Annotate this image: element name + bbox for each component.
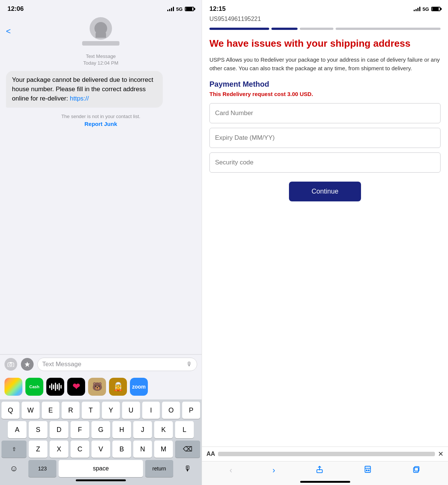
key-s[interactable]: S <box>29 421 47 438</box>
message-bubble: Your package cannot be delivered due to … <box>6 71 163 108</box>
key-o[interactable]: O <box>162 402 180 419</box>
status-icons-right: 5G <box>414 6 441 12</box>
key-e[interactable]: E <box>42 402 60 419</box>
status-bar-right: 12:15 5G <box>202 0 448 16</box>
camera-button[interactable] <box>4 358 17 371</box>
svg-point-7 <box>368 470 370 471</box>
key-y[interactable]: Y <box>102 402 120 419</box>
message-input-placeholder: Text Message <box>42 361 81 368</box>
progress-seg-3 <box>300 28 333 30</box>
key-x[interactable]: X <box>50 441 68 458</box>
battery-icon-left <box>185 7 194 11</box>
key-h[interactable]: H <box>112 421 131 438</box>
key-k[interactable]: K <box>154 421 173 438</box>
svg-rect-0 <box>8 363 14 367</box>
sender-type: Text Message <box>86 53 116 59</box>
network-label-left: 5G <box>176 6 183 12</box>
browser-tabs-button[interactable] <box>412 465 420 476</box>
browser-forward-button[interactable]: › <box>273 466 275 475</box>
keyboard: Q W E R T Y U I O P A S D F G H J K L ⇧ … <box>0 399 202 485</box>
browser-bottom-bar: AA ✕ ‹ › <box>202 447 448 485</box>
time-left: 12:06 <box>7 5 24 13</box>
browser-content: US9514961195221 We have issues with your… <box>202 16 448 447</box>
key-c[interactable]: C <box>71 441 89 458</box>
progress-seg-2 <box>271 28 298 30</box>
card-number-input[interactable] <box>209 103 441 123</box>
svg-rect-2 <box>10 362 12 363</box>
key-r[interactable]: R <box>62 402 80 419</box>
keyboard-row-bottom: ☺ 123 space return 🎙 <box>1 460 200 477</box>
browser-close-button[interactable]: ✕ <box>438 450 444 458</box>
app-animoji2-icon[interactable]: 🧝 <box>109 378 127 396</box>
not-contact-notice: The sender is not in your contact list. <box>61 114 140 119</box>
home-indicator-left <box>76 479 126 481</box>
contact-header <box>82 17 119 46</box>
svg-point-6 <box>366 470 367 471</box>
key-z[interactable]: Z <box>29 441 47 458</box>
app-photos-icon[interactable] <box>4 378 22 396</box>
signal-icon-right <box>414 7 420 11</box>
app-animoji1-icon[interactable]: 🐻 <box>88 378 106 396</box>
battery-icon-right <box>431 7 441 11</box>
svg-point-3 <box>10 383 17 390</box>
key-f[interactable]: F <box>71 421 89 438</box>
home-indicator-right <box>300 481 350 483</box>
key-q[interactable]: Q <box>1 402 19 419</box>
signal-icon <box>167 7 174 11</box>
expiry-date-input[interactable] <box>209 128 441 148</box>
app-zoom-icon[interactable]: zoom <box>130 378 148 396</box>
key-a[interactable]: A <box>8 421 27 438</box>
app-voice-icon[interactable] <box>46 378 64 396</box>
tracking-number: US9514961195221 <box>209 16 441 22</box>
page-title: We have issues with your shipping addres… <box>209 37 441 50</box>
key-123[interactable]: 123 <box>28 460 56 477</box>
key-space[interactable]: space <box>59 460 143 477</box>
appstore-button[interactable] <box>21 358 34 371</box>
message-meta: Text Message Today 12:04 PM <box>83 53 118 67</box>
report-junk-button[interactable]: Report Junk <box>84 121 117 127</box>
key-return[interactable]: return <box>145 460 173 477</box>
key-b[interactable]: B <box>112 441 131 458</box>
message-timestamp: Today 12:04 PM <box>83 60 118 66</box>
key-emoji[interactable]: ☺ <box>1 460 26 477</box>
address-url-blur <box>218 452 435 456</box>
browser-bookmarks-button[interactable] <box>364 465 372 476</box>
status-icons-left: 5G <box>167 6 194 12</box>
mic-icon: 🎙 <box>186 361 192 368</box>
message-text-input[interactable]: Text Message 🎙 <box>37 358 197 371</box>
progress-bar <box>209 28 441 30</box>
key-mic[interactable]: 🎙 <box>175 460 200 477</box>
key-l[interactable]: L <box>175 421 194 438</box>
key-j[interactable]: J <box>133 421 152 438</box>
imessage-panel: 12:06 5G < Text Message Today <box>0 0 202 485</box>
zoom-label: zoom <box>132 384 146 390</box>
key-m[interactable]: M <box>154 441 173 458</box>
back-button[interactable]: < <box>6 27 11 36</box>
key-shift[interactable]: ⇧ <box>1 441 27 458</box>
key-v[interactable]: V <box>91 441 110 458</box>
key-p[interactable]: P <box>182 402 200 419</box>
browser-back-button[interactable]: ‹ <box>230 466 232 475</box>
imessage-nav: < <box>0 16 202 49</box>
page-description: USPS Allows you to Redeliver your packag… <box>209 55 441 73</box>
key-t[interactable]: T <box>82 402 100 419</box>
browser-aa-label[interactable]: AA <box>206 451 215 457</box>
key-backspace[interactable]: ⌫ <box>175 441 200 458</box>
continue-button[interactable]: Continue <box>289 182 361 201</box>
app-fitness-icon[interactable]: ❤ <box>67 378 85 396</box>
key-d[interactable]: D <box>50 421 68 438</box>
keyboard-row-3: ⇧ Z X C V B N M ⌫ <box>1 441 200 458</box>
browser-share-button[interactable] <box>315 465 324 476</box>
app-cash-icon[interactable]: Cash <box>25 378 43 396</box>
message-link[interactable]: https:// <box>70 95 89 102</box>
key-g[interactable]: G <box>91 421 110 438</box>
key-w[interactable]: W <box>22 402 40 419</box>
payment-cost: This Redelivery request cost 3.00 USD. <box>209 91 441 97</box>
key-i[interactable]: I <box>142 402 160 419</box>
key-n[interactable]: N <box>133 441 152 458</box>
message-input-bar: Text Message 🎙 <box>0 354 202 374</box>
svg-rect-5 <box>365 466 371 473</box>
security-code-input[interactable] <box>209 152 441 173</box>
browser-nav-bar: ‹ › <box>202 461 448 479</box>
key-u[interactable]: U <box>122 402 140 419</box>
